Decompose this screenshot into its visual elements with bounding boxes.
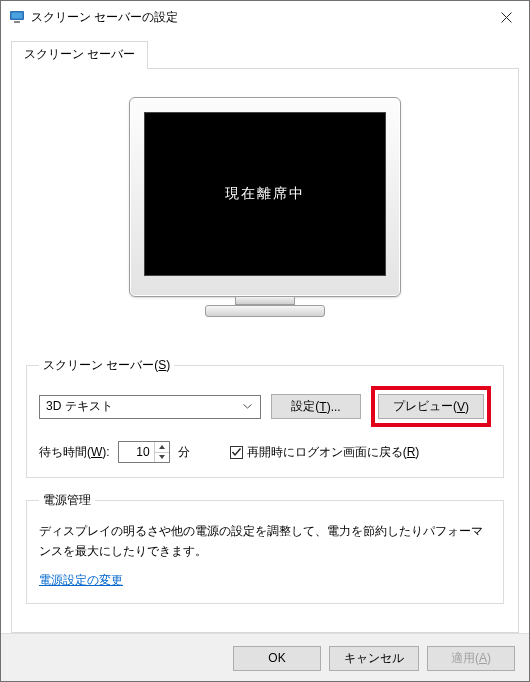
tab-body: 現在離席中 スクリーン セーバー(S) 3D テキスト 設定(T)...	[11, 68, 519, 633]
resume-label: 再開時にログオン画面に戻る(R)	[247, 444, 420, 461]
close-button[interactable]	[483, 1, 529, 33]
screensaver-group: スクリーン セーバー(S) 3D テキスト 設定(T)... プレビュー(V)	[26, 357, 504, 478]
app-icon	[9, 9, 25, 25]
spinner-arrows	[154, 442, 169, 462]
wait-unit: 分	[178, 444, 190, 461]
spinner-up[interactable]	[155, 442, 169, 453]
dialog-footer: OK キャンセル 適用(A)	[1, 633, 529, 682]
window-title: スクリーン セーバーの設定	[31, 9, 483, 26]
monitor-stand	[235, 297, 295, 305]
chevron-down-icon	[240, 404, 256, 409]
power-group: 電源管理 ディスプレイの明るさや他の電源の設定を調整して、電力を節約したりパフォ…	[26, 492, 504, 604]
checkbox-box	[230, 446, 243, 459]
apply-button: 適用(A)	[427, 646, 515, 671]
power-description: ディスプレイの明るさや他の電源の設定を調整して、電力を節約したりパフォーマンスを…	[39, 521, 491, 562]
wait-label: 待ち時間(W):	[39, 444, 110, 461]
cancel-button[interactable]: キャンセル	[329, 646, 419, 671]
content-area: スクリーン セーバー 現在離席中 スクリーン セーバー(S) 3D テキスト	[1, 33, 529, 633]
monitor-bezel: 現在離席中	[129, 97, 401, 297]
wait-spinner[interactable]: 10	[118, 441, 170, 463]
tab-screensaver[interactable]: スクリーン セーバー	[11, 41, 148, 69]
monitor-screen: 現在離席中	[144, 112, 386, 276]
screensaver-legend: スクリーン セーバー(S)	[39, 357, 174, 374]
preview-monitor: 現在離席中	[129, 97, 401, 317]
ok-button[interactable]: OK	[233, 646, 321, 671]
preview-button[interactable]: プレビュー(V)	[378, 394, 484, 419]
preview-text: 現在離席中	[225, 185, 305, 203]
wait-value: 10	[119, 445, 154, 459]
tab-strip: スクリーン セーバー	[11, 41, 519, 69]
spinner-down[interactable]	[155, 453, 169, 463]
preview-highlight: プレビュー(V)	[371, 386, 491, 427]
power-legend: 電源管理	[39, 492, 95, 509]
screensaver-select[interactable]: 3D テキスト	[39, 395, 261, 419]
screensaver-selected: 3D テキスト	[46, 398, 240, 415]
svg-rect-1	[12, 13, 23, 19]
power-settings-link[interactable]: 電源設定の変更	[39, 573, 123, 587]
title-bar: スクリーン セーバーの設定	[1, 1, 529, 33]
resume-checkbox[interactable]: 再開時にログオン画面に戻る(R)	[230, 444, 420, 461]
svg-rect-2	[14, 21, 20, 23]
settings-button[interactable]: 設定(T)...	[271, 394, 361, 419]
monitor-base	[205, 305, 325, 317]
